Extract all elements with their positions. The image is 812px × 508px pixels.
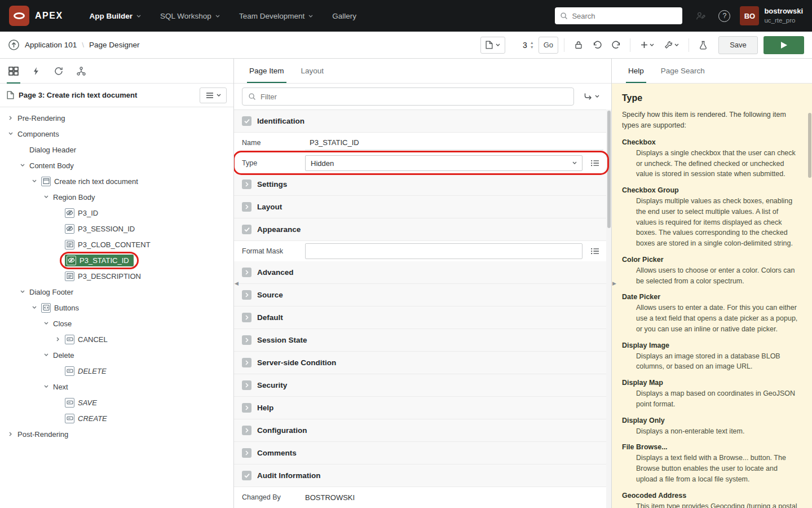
tree-item-delete[interactable]: Delete — [0, 347, 233, 363]
page-lock-icon[interactable] — [570, 37, 587, 54]
chevron-down-icon[interactable] — [41, 195, 51, 199]
chevron-right-icon[interactable] — [53, 337, 63, 341]
section-audit-information[interactable]: Audit Information — [234, 465, 611, 487]
undo-icon[interactable] — [589, 37, 606, 54]
section-expanded-icon — [242, 116, 251, 126]
tree-item-delete[interactable]: DELETE — [0, 363, 233, 379]
tree-item-label: CANCEL — [78, 335, 108, 344]
tab-help[interactable]: Help — [620, 59, 652, 83]
section-configuration[interactable]: Configuration — [234, 419, 611, 442]
run-page-button[interactable] — [764, 36, 804, 54]
tree-item-components[interactable]: Components — [0, 126, 233, 142]
chevron-down-icon[interactable] — [41, 322, 51, 325]
utilities-flask-icon[interactable] — [695, 37, 712, 54]
section-session-state[interactable]: Session State — [234, 329, 611, 352]
tab-page-search[interactable]: Page Search — [652, 59, 713, 83]
section-identification[interactable]: Identification — [234, 110, 611, 133]
chevron-right-icon[interactable] — [6, 432, 16, 436]
chevron-down-icon[interactable] — [29, 179, 39, 183]
redo-icon[interactable] — [607, 37, 624, 54]
tree-item-dialog-header[interactable]: Dialog Header — [0, 142, 233, 157]
user-chip[interactable]: BO bostrowski uc_rte_pro — [740, 6, 803, 25]
global-search-input[interactable] — [572, 12, 677, 20]
go-button[interactable]: Go — [539, 37, 558, 54]
section-title: Help — [257, 404, 273, 412]
section-server-side-condition[interactable]: Server-side Condition — [234, 352, 611, 374]
chevron-down-icon[interactable] — [6, 132, 16, 135]
goto-group-button[interactable] — [579, 88, 604, 105]
section-advanced[interactable]: Advanced — [234, 261, 611, 284]
spinner-arrows-icon[interactable]: ▲▼ — [527, 41, 537, 50]
tree-item-next[interactable]: Next — [0, 379, 233, 395]
tree-item-p3-clob-content[interactable]: P3_CLOB_CONTENT — [0, 237, 233, 252]
lov-picker-button[interactable] — [586, 243, 603, 259]
tree-item-p3-static-id[interactable]: P3_STATIC_ID — [0, 252, 233, 268]
center-scrollbar[interactable] — [606, 110, 611, 508]
tree-menu-button[interactable] — [200, 87, 227, 103]
chevron-down-icon[interactable] — [17, 164, 28, 167]
global-search-box[interactable] — [555, 7, 682, 24]
breadcrumb-application[interactable]: Application 101 — [25, 41, 77, 49]
collapse-left-panel-handle[interactable]: ◀ — [235, 281, 239, 286]
section-default[interactable]: Default — [234, 306, 611, 329]
nav-item-app-builder[interactable]: App Builder — [80, 0, 151, 32]
name-input[interactable] — [305, 135, 603, 150]
section-appearance[interactable]: Appearance — [234, 218, 611, 241]
tree-item-p3-description[interactable]: P3_DESCRIPTION — [0, 268, 233, 284]
page-number-input[interactable] — [507, 41, 527, 50]
edit-profile-icon[interactable] — [692, 7, 709, 24]
tab-page-item[interactable]: Page Item — [241, 59, 293, 83]
format-mask-input[interactable] — [305, 243, 582, 259]
save-button[interactable]: Save — [718, 36, 758, 54]
create-menu-button[interactable] — [636, 37, 659, 54]
type-select[interactable]: Hidden — [305, 155, 582, 171]
tab-rendering[interactable] — [2, 59, 25, 84]
section-security[interactable]: Security — [234, 374, 611, 397]
chevron-down-icon[interactable] — [17, 290, 28, 294]
tree-item-region-body[interactable]: Region Body — [0, 189, 233, 205]
apex-logo-icon[interactable] — [9, 6, 29, 26]
tree-item-p3-session-id[interactable]: P3_SESSION_ID — [0, 221, 233, 237]
page-selector-button[interactable] — [480, 37, 505, 54]
section-layout[interactable]: Layout — [234, 196, 611, 218]
scrollbar-thumb[interactable] — [808, 113, 811, 178]
tree-item-close[interactable]: Close — [0, 316, 233, 331]
tree-item-create-rich-text-document[interactable]: Create rich text document — [0, 173, 233, 189]
filter-input[interactable] — [261, 93, 568, 101]
up-to-application-icon[interactable] — [8, 39, 20, 51]
filter-box[interactable] — [242, 87, 574, 106]
tree-item-save[interactable]: SAVE — [0, 395, 233, 410]
nav-item-gallery[interactable]: Gallery — [323, 0, 366, 32]
tree-item-buttons[interactable]: Buttons — [0, 300, 233, 316]
tab-layout[interactable]: Layout — [293, 59, 333, 83]
tree-item-content-body[interactable]: Content Body — [0, 157, 233, 173]
utilities-menu-button[interactable] — [660, 37, 683, 54]
lov-picker-button[interactable] — [586, 155, 603, 171]
nav-item-team-development[interactable]: Team Development — [230, 0, 323, 32]
tree-item-cancel[interactable]: CANCEL — [0, 331, 233, 347]
expand-center-panel-handle[interactable]: ▶ — [612, 281, 616, 286]
tree-item-p3-id[interactable]: P3_ID — [0, 205, 233, 221]
tab-dynamic-actions[interactable] — [25, 59, 47, 84]
help-scrollbar[interactable] — [807, 84, 812, 508]
section-comments[interactable]: Comments — [234, 442, 611, 465]
nav-item-sql-workshop[interactable]: SQL Workshop — [151, 0, 230, 32]
chevron-right-icon[interactable] — [6, 116, 16, 120]
avatar[interactable]: BO — [740, 6, 759, 25]
help-icon[interactable]: ? — [718, 10, 730, 22]
section-help[interactable]: Help — [234, 397, 611, 419]
tree-item-pre-rendering[interactable]: Pre-Rendering — [0, 110, 233, 126]
chevron-down-icon[interactable] — [29, 306, 39, 309]
scrollbar-thumb[interactable] — [607, 111, 611, 228]
chevron-down-icon[interactable] — [41, 353, 51, 357]
tree-item-dialog-footer[interactable]: Dialog Footer — [0, 284, 233, 300]
filter-row — [234, 84, 611, 110]
section-settings[interactable]: Settings — [234, 173, 611, 196]
tree-item-post-rendering[interactable]: Post-Rendering — [0, 426, 233, 442]
tree-item-create[interactable]: CREATE — [0, 410, 233, 426]
tab-shared-components[interactable] — [70, 59, 92, 84]
tab-processing[interactable] — [47, 59, 70, 84]
chevron-down-icon[interactable] — [41, 385, 51, 388]
section-source[interactable]: Source — [234, 284, 611, 306]
property-editor-panel: Page ItemLayout IdentificationNameTypeHi… — [234, 59, 612, 508]
